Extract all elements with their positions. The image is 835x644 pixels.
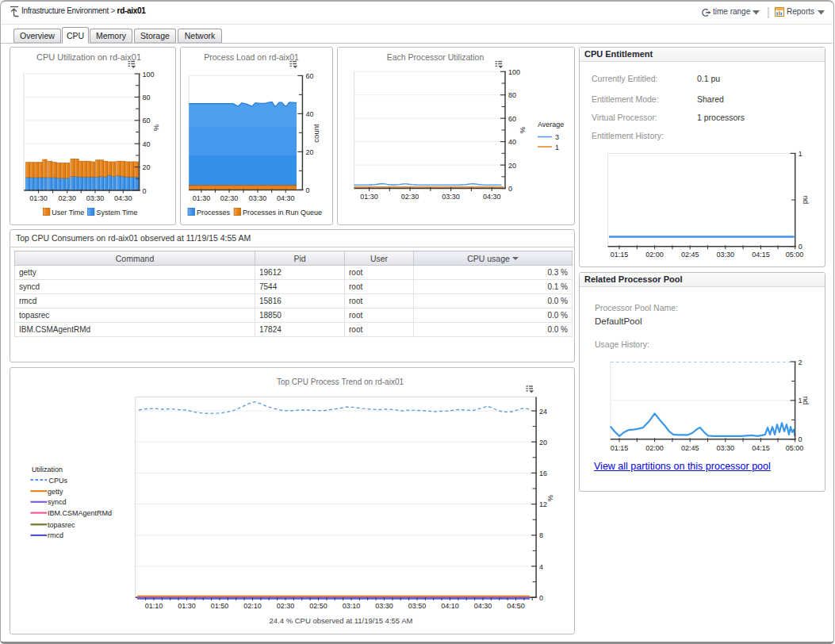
svg-text:pu: pu (800, 196, 809, 205)
svg-text:3: 3 (555, 133, 559, 141)
svg-text:CPU Utilization on rd-aix01: CPU Utilization on rd-aix01 (36, 52, 141, 62)
svg-text:03:50: 03:50 (408, 602, 427, 610)
svg-text:04:30: 04:30 (277, 194, 295, 202)
svg-text:03:10: 03:10 (343, 602, 361, 610)
svg-text:CPUs: CPUs (49, 477, 68, 485)
svg-text:04:30: 04:30 (114, 194, 132, 202)
svg-text:01:30: 01:30 (29, 194, 48, 202)
svg-text:%: % (518, 126, 527, 133)
svg-text:0: 0 (305, 186, 309, 194)
svg-text:01:30: 01:30 (178, 602, 196, 610)
svg-text:System Time: System Time (97, 209, 138, 217)
svg-text:%: % (151, 124, 160, 131)
svg-text:04:30: 04:30 (483, 193, 501, 201)
svg-text:100: 100 (143, 71, 155, 79)
svg-text:2: 2 (799, 358, 802, 366)
svg-text:20: 20 (539, 439, 547, 447)
svg-text:0: 0 (143, 187, 147, 195)
svg-text:02:30: 02:30 (220, 194, 239, 202)
svg-text:40: 40 (143, 140, 151, 148)
svg-text:03:30: 03:30 (86, 194, 105, 202)
svg-text:03:30: 03:30 (249, 194, 267, 202)
svg-text:01:50: 01:50 (211, 602, 229, 610)
svg-text:02:00: 02:00 (645, 444, 664, 452)
svg-text:%: % (546, 494, 554, 501)
svg-text:24.4 % CPU observed at 11/19/1: 24.4 % CPU observed at 11/19/15 4:55 AM (270, 616, 413, 625)
svg-text:8: 8 (539, 531, 543, 539)
svg-text:80: 80 (143, 94, 151, 102)
svg-text:40: 40 (305, 110, 313, 118)
svg-text:Processes: Processes (197, 209, 231, 217)
svg-text:02:30: 02:30 (401, 193, 419, 201)
svg-text:16: 16 (539, 470, 547, 477)
svg-text:01:10: 01:10 (145, 602, 163, 610)
svg-text:Utilization: Utilization (32, 466, 63, 473)
svg-text:02:10: 02:10 (243, 602, 262, 610)
svg-text:1: 1 (799, 150, 802, 158)
svg-text:20: 20 (508, 162, 516, 170)
svg-text:02:50: 02:50 (309, 602, 327, 610)
svg-text:0: 0 (539, 594, 543, 602)
svg-text:02:00: 02:00 (645, 251, 664, 259)
svg-text:60: 60 (305, 72, 313, 80)
svg-text:topasrec: topasrec (48, 521, 75, 529)
svg-text:getty: getty (48, 488, 63, 496)
svg-text:1: 1 (555, 144, 559, 151)
svg-text:02:30: 02:30 (277, 602, 295, 610)
svg-text:60: 60 (508, 115, 516, 123)
svg-text:60: 60 (143, 117, 151, 125)
svg-text:40: 40 (508, 138, 516, 146)
svg-text:Average: Average (538, 121, 564, 128)
svg-text:20: 20 (143, 163, 151, 171)
svg-text:Top CPU Process Trend on rd-ai: Top CPU Process Trend on rd-aix01 (277, 378, 404, 386)
svg-text:24: 24 (539, 408, 547, 416)
svg-text:20: 20 (305, 148, 313, 156)
svg-text:Processes in Run Queue: Processes in Run Queue (243, 209, 322, 217)
svg-text:Each Processor Utilization: Each Processor Utilization (387, 52, 485, 62)
svg-text:4: 4 (539, 563, 543, 571)
svg-text:100: 100 (508, 68, 520, 76)
svg-text:0: 0 (799, 435, 802, 443)
svg-text:02:30: 02:30 (58, 194, 76, 202)
svg-text:02:45: 02:45 (681, 444, 699, 452)
svg-text:User Time: User Time (52, 209, 84, 217)
svg-text:05:00: 05:00 (786, 444, 804, 452)
svg-text:03:30: 03:30 (717, 444, 735, 452)
svg-text:rmcd: rmcd (48, 531, 63, 539)
svg-text:04:50: 04:50 (507, 602, 525, 610)
svg-text:pu: pu (800, 397, 809, 405)
svg-text:04:15: 04:15 (752, 444, 770, 452)
svg-text:05:00: 05:00 (786, 251, 804, 259)
svg-text:02:45: 02:45 (681, 251, 699, 259)
svg-text:01:15: 01:15 (611, 251, 629, 259)
svg-text:04:30: 04:30 (474, 602, 492, 610)
svg-text:syncd: syncd (48, 498, 67, 506)
svg-text:count: count (312, 124, 320, 143)
svg-text:01:30: 01:30 (360, 193, 378, 201)
svg-text:80: 80 (508, 91, 516, 99)
svg-text:IBM.CSMAgentRMd: IBM.CSMAgentRMd (48, 509, 112, 517)
svg-text:0: 0 (508, 185, 512, 193)
svg-text:04:10: 04:10 (441, 602, 459, 610)
svg-text:01:15: 01:15 (611, 444, 629, 452)
svg-text:03:30: 03:30 (442, 193, 460, 201)
svg-text:Process Load on rd-aix01: Process Load on rd-aix01 (204, 52, 299, 62)
svg-text:03:30: 03:30 (717, 251, 735, 259)
svg-text:01:30: 01:30 (193, 194, 211, 202)
svg-text:04:15: 04:15 (752, 251, 770, 259)
svg-text:03:30: 03:30 (375, 602, 393, 610)
